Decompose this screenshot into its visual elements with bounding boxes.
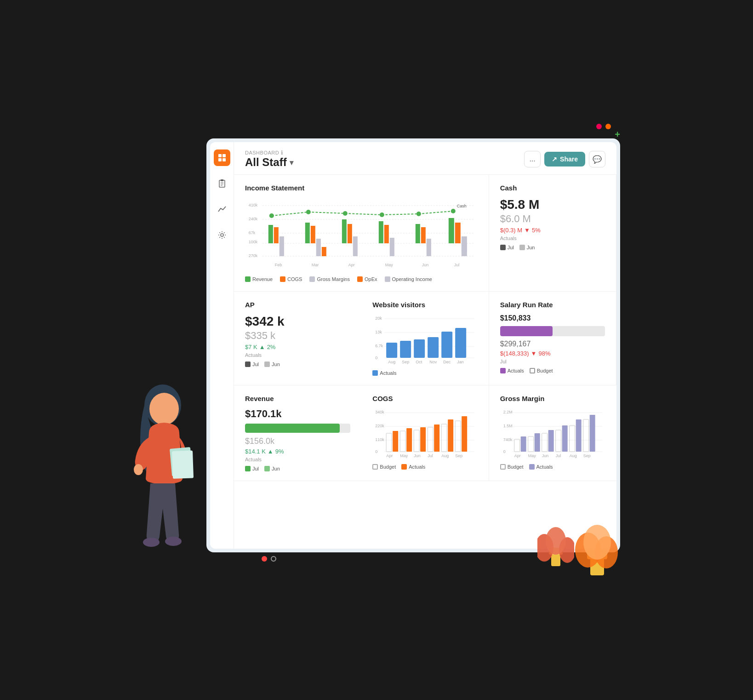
dropdown-icon[interactable]: ▾ xyxy=(290,158,293,167)
chat-button[interactable]: 💬 xyxy=(589,151,605,167)
decorative-dot-red xyxy=(596,124,602,129)
svg-text:Apr: Apr xyxy=(514,453,520,458)
svg-point-46 xyxy=(269,213,274,218)
cash-label: Actuals xyxy=(500,235,605,241)
revenue-legend: Jul Jun xyxy=(245,466,350,471)
svg-rect-10 xyxy=(222,158,226,161)
svg-rect-38 xyxy=(384,225,389,243)
gross-margin-chart: 2.2M 1.5M 740k 0 xyxy=(500,408,605,460)
svg-rect-53 xyxy=(280,243,284,255)
cogs-card: COGS 340k 220k 110k 0 xyxy=(361,385,489,481)
revenue-label: Actuals xyxy=(245,457,350,462)
income-statement-chart: 410k 240k 67k 100k 270k xyxy=(245,197,478,273)
header-actions: ... ↗ Share 💬 xyxy=(524,151,605,167)
svg-text:Aug: Aug xyxy=(441,453,449,458)
ap-legend-jul: Jul xyxy=(245,361,259,367)
cash-legend-dot-jun xyxy=(519,245,525,250)
svg-text:Sep: Sep xyxy=(402,360,409,364)
revenue-progress-fill xyxy=(245,424,340,433)
cash-legend-dot-jul xyxy=(500,245,506,250)
svg-rect-74 xyxy=(400,341,411,358)
legend-dot-operating-income xyxy=(385,276,390,282)
svg-rect-103 xyxy=(448,419,453,452)
more-options-button[interactable]: ... xyxy=(524,151,541,167)
legend-revenue: Revenue xyxy=(245,276,273,282)
sidebar-item-grid[interactable] xyxy=(214,149,230,166)
svg-rect-78 xyxy=(455,328,466,358)
cash-delta: $(0.3) M ▼ 5% xyxy=(500,227,605,234)
svg-point-141 xyxy=(546,527,566,555)
svg-point-5 xyxy=(165,537,182,546)
svg-rect-41 xyxy=(421,227,426,243)
svg-rect-124 xyxy=(583,419,588,452)
svg-rect-121 xyxy=(542,433,547,452)
plant-illustration-left xyxy=(537,525,574,571)
legend-operating-income: Operating Income xyxy=(385,276,432,282)
svg-text:Jan: Jan xyxy=(457,360,464,364)
salary-run-rate-card: Salary Run Rate $150,833 $299,167 $(148,… xyxy=(489,292,616,385)
svg-rect-28 xyxy=(274,227,279,243)
gross-margin-legend-dot-actuals xyxy=(529,464,535,470)
ap-delta-arrow: ▲ xyxy=(259,344,265,350)
svg-rect-54 xyxy=(316,243,321,256)
svg-text:2.2M: 2.2M xyxy=(503,410,512,414)
svg-point-50 xyxy=(416,212,421,216)
svg-rect-35 xyxy=(348,224,352,243)
svg-rect-102 xyxy=(434,425,439,452)
svg-point-47 xyxy=(306,210,311,214)
sidebar-item-chart[interactable] xyxy=(214,201,230,218)
svg-text:6.7k: 6.7k xyxy=(375,344,383,348)
cogs-chart: 340k 220k 110k 0 xyxy=(372,408,477,460)
income-statement-card: Income Statement 410k 240k 67k 100k 270k xyxy=(234,175,489,292)
salary-legend-dot-actuals xyxy=(500,368,506,373)
svg-rect-9 xyxy=(218,158,222,161)
main-content: DASHBOARD ℹ All Staff ▾ ... ↗ Share xyxy=(234,142,616,549)
revenue-legend-dot-jul xyxy=(245,466,251,471)
salary-legend: Actuals Budget xyxy=(500,368,605,373)
share-button[interactable]: ↗ Share xyxy=(544,152,585,166)
dashboard-grid: Income Statement 410k 240k 67k 100k 270k xyxy=(234,175,616,481)
website-visitors-chart: 20k 13k 6.7k 0 xyxy=(372,314,477,367)
svg-rect-125 xyxy=(520,436,526,452)
salary-run-rate-title: Salary Run Rate xyxy=(500,301,605,309)
svg-point-1 xyxy=(149,393,179,425)
svg-text:67k: 67k xyxy=(249,230,256,235)
svg-text:Cash: Cash xyxy=(457,204,467,208)
info-icon: ℹ xyxy=(281,149,284,156)
cash-secondary-value: $6.0 M xyxy=(500,213,605,225)
svg-point-48 xyxy=(343,211,348,216)
revenue-delta: $14.1 K ▲ 9% xyxy=(245,448,350,455)
sidebar-item-clipboard[interactable] xyxy=(214,175,230,192)
cash-title: Cash xyxy=(500,184,605,192)
salary-delta-arrow: ▼ xyxy=(531,350,537,357)
svg-text:May: May xyxy=(400,453,408,458)
svg-point-49 xyxy=(380,212,384,217)
sidebar xyxy=(210,142,234,549)
svg-text:110k: 110k xyxy=(375,437,384,442)
svg-text:Apr: Apr xyxy=(348,263,355,267)
decorative-plus: + xyxy=(615,129,620,140)
legend-dot-revenue xyxy=(245,276,251,282)
svg-rect-30 xyxy=(305,223,310,243)
header-label: DASHBOARD ℹ xyxy=(245,149,293,156)
salary-label: Jul xyxy=(500,359,605,364)
svg-text:Jun: Jun xyxy=(542,453,548,458)
svg-rect-126 xyxy=(534,433,540,452)
svg-text:270k: 270k xyxy=(249,253,258,258)
ap-delta: $7 K ▲ 2% xyxy=(245,344,350,350)
svg-rect-8 xyxy=(222,154,226,157)
sidebar-item-settings[interactable] xyxy=(214,227,230,243)
person-illustration xyxy=(114,378,206,562)
svg-text:Nov: Nov xyxy=(429,360,437,364)
svg-text:13k: 13k xyxy=(375,330,382,334)
salary-legend-dot-budget xyxy=(530,368,535,373)
svg-rect-43 xyxy=(449,218,454,243)
gross-margin-card: Gross Margin 2.2M 1.5M 740k 0 xyxy=(489,385,616,481)
svg-text:Dec: Dec xyxy=(443,360,451,364)
visitors-legend-dot-actuals xyxy=(372,370,378,376)
legend-dot-opex xyxy=(357,276,363,282)
svg-rect-93 xyxy=(386,433,392,452)
svg-rect-40 xyxy=(416,224,420,243)
svg-rect-96 xyxy=(428,427,433,452)
legend-cogs: COGS xyxy=(280,276,302,282)
